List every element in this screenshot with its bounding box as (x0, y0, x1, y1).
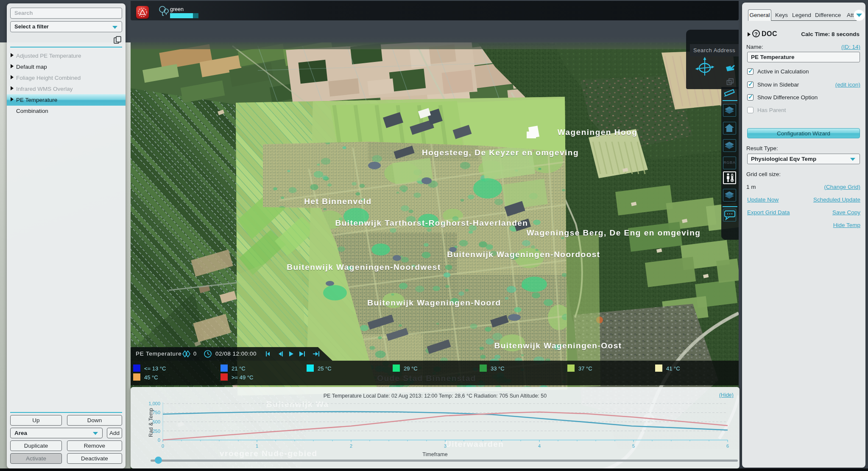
svg-text:Buitenwijk Wageningen-Noord: Buitenwijk Wageningen-Noord (367, 298, 501, 307)
svg-text:0: 0 (158, 437, 160, 443)
svg-text:Buitenwijk Tarthorst-Roghorst-: Buitenwijk Tarthorst-Roghorst-Haverlande… (335, 219, 528, 227)
svg-text:Wageningen Hoog: Wageningen Hoog (558, 128, 638, 137)
svg-text:5: 5 (632, 443, 635, 449)
svg-text:Hogesteeg, De Keyzer en omgevi: Hogesteeg, De Keyzer en omgeving (422, 148, 579, 157)
svg-text:Buitenwijk Wageningen-Noordoos: Buitenwijk Wageningen-Noordoost (447, 250, 600, 259)
svg-text:6: 6 (726, 443, 729, 449)
svg-text:Wageningse Berg, De Eng en omg: Wageningse Berg, De Eng en omgeving (527, 228, 701, 237)
svg-text:3: 3 (444, 443, 447, 449)
svg-text:Het Binnenveld: Het Binnenveld (304, 197, 371, 206)
svg-text:0: 0 (162, 443, 164, 449)
svg-text:4: 4 (538, 443, 541, 449)
svg-text:1,000: 1,000 (148, 401, 160, 406)
svg-text:Buitenwijk Wageningen-Oost: Buitenwijk Wageningen-Oost (494, 341, 622, 350)
svg-text:1: 1 (256, 443, 258, 449)
svg-text:2: 2 (350, 443, 352, 449)
svg-text:Buitenwijk Wageningen-Noordwes: Buitenwijk Wageningen-Noordwest (287, 263, 441, 272)
